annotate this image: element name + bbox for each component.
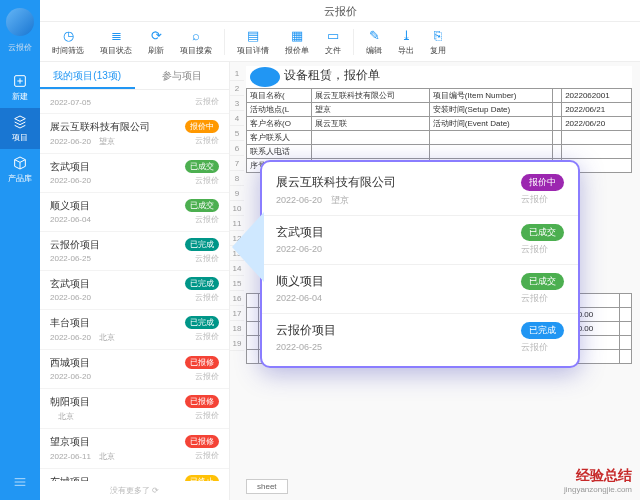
project-item[interactable]: 顺义项目2022-06-04已成交云报价 (40, 193, 229, 232)
toolbar-refresh[interactable]: ⟳刷新 (148, 28, 164, 56)
status-badge: 已完成 (185, 316, 219, 329)
status-badge: 已报修 (185, 435, 219, 448)
app-brand: 云报价 (8, 42, 32, 53)
toolbar-detail[interactable]: ▤项目详情 (237, 28, 269, 56)
status-badge: 已完成 (521, 322, 564, 339)
quote-icon: ▦ (289, 28, 305, 44)
status-badge: 已成交 (185, 160, 219, 173)
popup-project-item[interactable]: 展云互联科技有限公司2022-06-20 望京报价中云报价 (262, 166, 578, 216)
project-item[interactable]: 2022-07-05云报价 (40, 90, 229, 114)
status-badge: 已完成 (185, 238, 219, 251)
list-footer: 没有更多了 ⟳ (40, 481, 229, 500)
status-badge: 已完成 (185, 277, 219, 290)
doc-logo (250, 67, 280, 87)
app-logo (6, 8, 34, 36)
toolbar-file[interactable]: ▭文件 (325, 28, 341, 56)
tab-participated[interactable]: 参与项目 (135, 62, 230, 89)
toolbar-quote[interactable]: ▦报价单 (285, 28, 309, 56)
detail-icon: ▤ (245, 28, 261, 44)
file-icon: ▭ (325, 28, 341, 44)
project-item[interactable]: 朝阳项目 北京已报修云报价 (40, 389, 229, 429)
rail-project[interactable]: 项目 (0, 108, 40, 149)
popup-project-item[interactable]: 玄武项目2022-06-20已成交云报价 (262, 216, 578, 265)
project-item[interactable]: 望京项目2022-06-11 北京已报修云报价 (40, 429, 229, 469)
watermark: 经验总结 jingyanzongjie.com (564, 467, 632, 494)
popup-project-item[interactable]: 云报价项目2022-06-25已完成云报价 (262, 314, 578, 362)
project-item[interactable]: 丰台项目2022-06-20 北京已完成云报价 (40, 310, 229, 350)
project-popup: 展云互联科技有限公司2022-06-20 望京报价中云报价玄武项目2022-06… (260, 160, 580, 368)
window-title: 云报价 (40, 0, 640, 22)
project-list-panel: 我的项目(13项) 参与项目 2022-07-05云报价展云互联科技有限公司20… (40, 62, 230, 500)
edit-icon: ✎ (366, 28, 382, 44)
toolbar-export[interactable]: ⤓导出 (398, 28, 414, 56)
project-item[interactable]: 玄武项目2022-06-20已完成云报价 (40, 271, 229, 310)
nav-rail: 云报价 新建 项目 产品库 (0, 0, 40, 500)
toolbar-status[interactable]: ≣项目状态 (100, 28, 132, 56)
status-badge: 已成交 (521, 224, 564, 241)
popup-project-item[interactable]: 顺义项目2022-06-04已成交云报价 (262, 265, 578, 314)
tab-my-projects[interactable]: 我的项目(13项) (40, 62, 135, 89)
status-badge: 已成交 (185, 199, 219, 212)
rail-new[interactable]: 新建 (0, 67, 40, 108)
toolbar: ◷时间筛选≣项目状态⟳刷新⌕项目搜索▤项目详情▦报价单▭文件✎编辑⤓导出⎘复用 (40, 22, 640, 62)
status-icon: ≣ (108, 28, 124, 44)
project-item[interactable]: 东城项目已终止 (40, 469, 229, 481)
reuse-icon: ⎘ (430, 28, 446, 44)
doc-title: 设备租赁，报价单 (280, 64, 384, 86)
rail-library[interactable]: 产品库 (0, 149, 40, 190)
status-badge: 已报修 (185, 356, 219, 369)
project-item[interactable]: 展云互联科技有限公司2022-06-20 望京报价中云报价 (40, 114, 229, 154)
toolbar-time[interactable]: ◷时间筛选 (52, 28, 84, 56)
popup-arrow (232, 212, 264, 282)
project-item[interactable]: 云报价项目2022-06-25已完成云报价 (40, 232, 229, 271)
toolbar-edit[interactable]: ✎编辑 (366, 28, 382, 56)
toolbar-search[interactable]: ⌕项目搜索 (180, 28, 212, 56)
project-item[interactable]: 玄武项目2022-06-20已成交云报价 (40, 154, 229, 193)
status-badge: 报价中 (185, 120, 219, 133)
status-badge: 已报修 (185, 395, 219, 408)
status-badge: 已成交 (521, 273, 564, 290)
sheet-tab[interactable]: sheet (246, 479, 288, 494)
search-icon: ⌕ (188, 28, 204, 44)
time-icon: ◷ (60, 28, 76, 44)
project-item[interactable]: 西城项目2022-06-20已报修云报价 (40, 350, 229, 389)
export-icon: ⤓ (398, 28, 414, 44)
rail-menu-icon[interactable] (12, 466, 28, 500)
status-badge: 报价中 (521, 174, 564, 191)
toolbar-reuse[interactable]: ⎘复用 (430, 28, 446, 56)
refresh-icon: ⟳ (148, 28, 164, 44)
